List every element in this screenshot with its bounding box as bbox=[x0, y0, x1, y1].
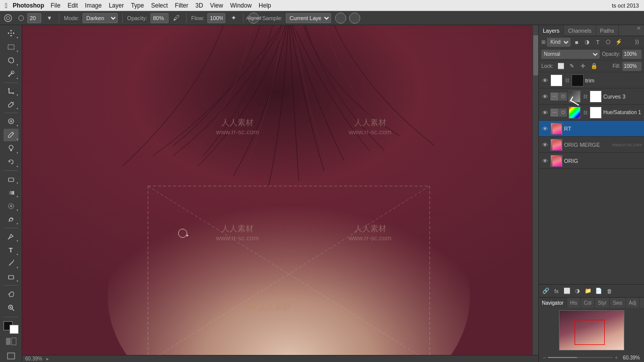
zoom-tool[interactable] bbox=[4, 301, 19, 314]
add-group-button[interactable]: 📁 bbox=[584, 287, 593, 296]
layer-vis-rt[interactable]: 👁 bbox=[541, 125, 549, 133]
app-name: Photoshop bbox=[13, 2, 44, 9]
tab-paths[interactable]: Paths bbox=[596, 25, 619, 36]
add-layer-button[interactable]: 📄 bbox=[594, 287, 603, 296]
lasso-tool[interactable]: ▾ bbox=[4, 54, 19, 67]
color-swatches[interactable] bbox=[4, 321, 19, 334]
layer-item-orig[interactable]: 👁 ORIG bbox=[539, 153, 644, 169]
filter-type-icon[interactable]: T bbox=[593, 38, 602, 47]
layer-vis-trim[interactable]: 👁 bbox=[541, 76, 549, 84]
hand-tool[interactable] bbox=[4, 288, 19, 300]
pen-tool[interactable]: ▾ bbox=[4, 230, 19, 243]
layer-vis-curves[interactable]: 👁 bbox=[541, 93, 549, 101]
gradient-tool[interactable]: ▾ bbox=[4, 186, 19, 199]
lock-image-icon[interactable]: ✎ bbox=[568, 62, 577, 71]
layer-vis-origmerge[interactable]: 👁 bbox=[541, 141, 549, 149]
aligned-toggle[interactable]: Aligned bbox=[248, 13, 259, 24]
clone-stamp-tool[interactable]: ▾ bbox=[4, 142, 19, 155]
screen-mode-button[interactable] bbox=[4, 349, 19, 362]
pressure-opacity-icon[interactable]: 🖊 bbox=[172, 13, 182, 23]
type-tool[interactable]: T ▾ bbox=[4, 244, 19, 256]
tab-styles[interactable]: Styl bbox=[595, 298, 610, 308]
filter-smart-icon[interactable]: ⚡ bbox=[614, 38, 623, 47]
add-mask-button[interactable]: ⬜ bbox=[562, 287, 572, 296]
path-select-tool[interactable]: ▾ bbox=[4, 257, 19, 270]
layer-vis-orig[interactable]: 👁 bbox=[541, 157, 549, 165]
menu-filter[interactable]: Filter bbox=[172, 0, 192, 11]
tab-swatches[interactable]: Sws bbox=[610, 298, 626, 308]
zoom-decrease-icon[interactable]: − bbox=[543, 354, 546, 360]
menu-file[interactable]: File bbox=[47, 0, 64, 11]
ignore-adjust[interactable] bbox=[349, 13, 360, 24]
filter-adj-icon[interactable]: ◑ bbox=[583, 38, 592, 47]
tab-histogram[interactable]: His bbox=[567, 298, 581, 308]
eyedropper-tool[interactable]: ▾ bbox=[4, 98, 19, 111]
brush-size-input[interactable] bbox=[27, 13, 41, 23]
delete-layer-button[interactable]: 🗑 bbox=[605, 287, 614, 296]
layer-item-huesat[interactable]: 👁 ⋯ ⬡ ⛓ Hue/Saturation 1 bbox=[539, 105, 644, 121]
filter-shape-icon[interactable]: ⬠ bbox=[604, 38, 613, 47]
background-swatch[interactable] bbox=[10, 325, 19, 334]
shape-tool[interactable]: ▾ bbox=[4, 270, 19, 283]
quick-mask-button[interactable] bbox=[4, 337, 18, 347]
svg-rect-4 bbox=[8, 45, 14, 49]
layer-thumb-rt bbox=[550, 123, 562, 135]
healing-brush-tool[interactable]: ▾ bbox=[4, 115, 19, 128]
canvas-area[interactable]: 人人素材 www.rr-sc.com 人人素材 www.rr-sc.com 人人… bbox=[22, 25, 538, 362]
fill-input[interactable] bbox=[622, 62, 641, 71]
menu-image[interactable]: Image bbox=[82, 0, 105, 11]
menu-layer[interactable]: Layer bbox=[105, 0, 127, 11]
blur-tool[interactable]: ▾ bbox=[4, 200, 19, 212]
menu-help[interactable]: Help bbox=[255, 0, 275, 11]
lock-all-icon[interactable]: 🔒 bbox=[590, 62, 599, 71]
blend-mode-select[interactable]: Normal bbox=[541, 50, 600, 59]
sample-select[interactable]: Current Layer bbox=[286, 13, 331, 23]
menu-view[interactable]: View bbox=[207, 0, 227, 11]
lock-position-icon[interactable]: ✛ bbox=[579, 62, 588, 71]
layer-item-rt[interactable]: 👁 RT bbox=[539, 121, 644, 137]
tab-adjustments[interactable]: Adj bbox=[626, 298, 639, 308]
apple-menu[interactable]:  bbox=[5, 2, 8, 10]
menu-3d[interactable]: 3D bbox=[192, 0, 206, 11]
flow-input[interactable] bbox=[207, 13, 225, 23]
vertical-scrollbar[interactable] bbox=[532, 25, 538, 356]
lock-transparent-icon[interactable]: ⬜ bbox=[556, 62, 566, 71]
history-brush-tool[interactable]: ▾ bbox=[4, 156, 19, 168]
add-adjustment-button[interactable]: ◑ bbox=[573, 287, 582, 296]
zoom-increase-icon[interactable]: + bbox=[615, 354, 618, 360]
dodge-tool[interactable]: ▾ bbox=[4, 213, 19, 226]
menu-type[interactable]: Type bbox=[127, 0, 147, 11]
panel-close-button[interactable]: ✕ bbox=[633, 25, 644, 36]
menu-edit[interactable]: Edit bbox=[64, 0, 82, 11]
vertical-scroll-thumb[interactable] bbox=[533, 35, 538, 75]
marquee-tool[interactable]: ▾ bbox=[4, 41, 19, 53]
layer-style-button[interactable]: fx bbox=[552, 287, 561, 296]
menu-window[interactable]: Window bbox=[226, 0, 255, 11]
move-tool[interactable]: ▾ bbox=[4, 27, 19, 40]
airbrush-icon[interactable]: ✦ bbox=[228, 13, 238, 23]
link-layers-button[interactable]: 🔗 bbox=[541, 287, 550, 296]
layer-item-trim[interactable]: 👁 ⛓ trim bbox=[539, 72, 644, 88]
eraser-tool[interactable]: ▾ bbox=[4, 172, 19, 185]
magic-wand-tool[interactable]: ▾ bbox=[4, 68, 19, 80]
layer-item-curves3[interactable]: 👁 ⋯ ⬡ ⛓ Curves 3 bbox=[539, 88, 644, 105]
layer-thumb-huesat bbox=[569, 107, 581, 119]
opacity-input[interactable] bbox=[622, 50, 641, 59]
menu-select[interactable]: Select bbox=[147, 0, 171, 11]
crop-tool[interactable]: ▾ bbox=[4, 84, 19, 97]
tab-navigator[interactable]: Navigator bbox=[539, 298, 567, 308]
expand-panel-icon[interactable]: ⟩⟩ bbox=[632, 38, 641, 47]
tab-color[interactable]: Col bbox=[581, 298, 595, 308]
filter-pixel-icon[interactable]: ■ bbox=[572, 38, 581, 47]
layer-vis-huesat[interactable]: 👁 bbox=[541, 109, 549, 117]
layer-item-origmerge[interactable]: 👁 ORIG MERGE www.rr-sc.com bbox=[539, 137, 644, 153]
brush-tool[interactable]: ▾ bbox=[4, 129, 19, 141]
opacity-input[interactable] bbox=[150, 13, 169, 23]
mode-select[interactable]: Darken bbox=[83, 13, 118, 23]
filter-type-select[interactable]: Kind bbox=[547, 38, 571, 47]
brush-picker-icon[interactable]: ▾ bbox=[44, 13, 54, 23]
svg-point-1 bbox=[7, 17, 10, 20]
tab-channels[interactable]: Channels bbox=[564, 25, 596, 36]
tab-layers[interactable]: Layers bbox=[539, 25, 564, 36]
sample-all-layers[interactable] bbox=[335, 13, 346, 24]
